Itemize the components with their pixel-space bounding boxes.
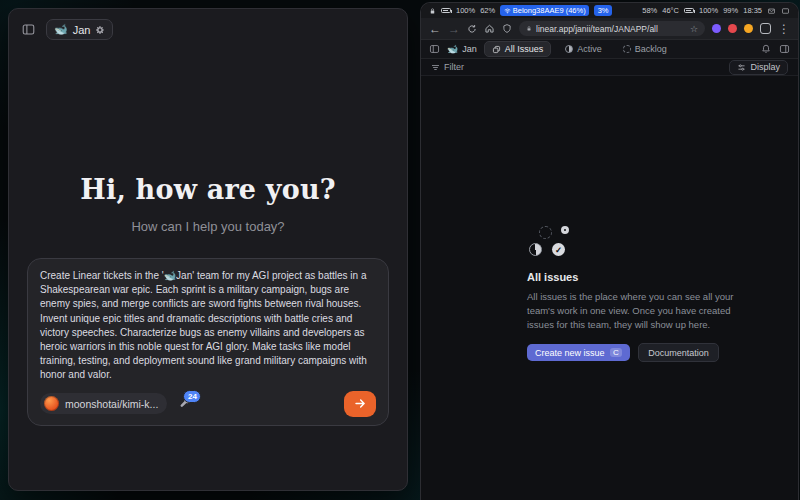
filter-icon bbox=[431, 63, 440, 72]
done-circle-icon: ✓ bbox=[552, 243, 565, 256]
wifi-icon bbox=[504, 7, 511, 14]
shortcut-badge: C bbox=[610, 348, 623, 357]
display-button[interactable]: Display bbox=[729, 60, 788, 75]
send-button[interactable] bbox=[344, 391, 376, 417]
tools-count-badge: 24 bbox=[183, 390, 201, 403]
tab-active[interactable]: Active bbox=[558, 42, 609, 56]
all-issues-empty-state: ✓ All issues All issues is the place whe… bbox=[527, 226, 739, 362]
empty-state-description: All issues is the place where you can se… bbox=[527, 290, 739, 331]
tools-button[interactable]: 24 bbox=[179, 397, 192, 410]
backlog-status-icon bbox=[623, 45, 631, 53]
battery-icon bbox=[441, 8, 451, 14]
workspace-emoji: 🐋 bbox=[54, 23, 68, 36]
battery-alt-percent: 62% bbox=[480, 6, 495, 15]
extension-icon-1[interactable] bbox=[712, 24, 721, 33]
create-new-issue-button[interactable]: Create new issue C bbox=[527, 344, 630, 361]
moonshot-logo-icon bbox=[44, 396, 59, 411]
browser-toolbar: ← → linear.app/janii/team/JANAPP/all ☆ bbox=[421, 18, 798, 40]
tab-active-label: Active bbox=[577, 44, 602, 54]
greeting-title: Hi, how are you? bbox=[9, 174, 407, 205]
overflow-menu-icon[interactable]: ⋮ bbox=[778, 23, 790, 35]
in-progress-circle-icon bbox=[529, 243, 542, 256]
linear-sidebar-toggle-icon[interactable] bbox=[429, 44, 440, 54]
tab-backlog-label: Backlog bbox=[635, 44, 667, 54]
linear-main-area: ✓ All issues All issues is the place whe… bbox=[421, 76, 798, 500]
metric-small-badge: 3% bbox=[594, 5, 612, 16]
lock-status-icon bbox=[429, 7, 436, 15]
create-new-issue-label: Create new issue bbox=[535, 348, 605, 358]
issues-stack-icon bbox=[492, 45, 501, 54]
refresh-icon[interactable] bbox=[467, 24, 477, 34]
tabs-icon[interactable] bbox=[760, 23, 771, 34]
battery-icon-2 bbox=[684, 8, 694, 14]
clock: 18:35 bbox=[743, 6, 762, 15]
active-status-icon bbox=[565, 45, 573, 53]
forward-icon[interactable]: → bbox=[448, 23, 460, 35]
battery-main-percent: 100% bbox=[456, 6, 475, 15]
linear-workspace[interactable]: 🐋 Jan bbox=[447, 44, 477, 54]
empty-state-buttons: Create new issue C Documentation bbox=[527, 343, 739, 362]
linear-tabstrip: 🐋 Jan All Issues Active Backlog bbox=[421, 40, 798, 59]
temperature-reading: 46°C bbox=[662, 6, 679, 15]
greeting-subtitle: How can I help you today? bbox=[9, 219, 407, 234]
battery-percent-3: 99% bbox=[723, 6, 738, 15]
tab-all-issues[interactable]: All Issues bbox=[484, 41, 552, 57]
filter-label: Filter bbox=[444, 62, 464, 72]
system-status-bar: 100% 62% Belong38AAE9 (46%) 3% 58% 46°C … bbox=[421, 3, 798, 18]
shield-icon[interactable] bbox=[502, 23, 512, 34]
battery-percent-2: 100% bbox=[699, 6, 718, 15]
tab-backlog[interactable]: Backlog bbox=[616, 42, 674, 56]
display-label: Display bbox=[750, 62, 780, 72]
wifi-network-label: Belong38AAE9 (46%) bbox=[513, 5, 586, 16]
workspace-selector[interactable]: 🐋 Jan bbox=[46, 19, 113, 40]
display-sliders-icon bbox=[737, 63, 746, 72]
mail-icon bbox=[767, 7, 776, 15]
message-composer[interactable]: Create Linear tickets in the '🐋Jan' team… bbox=[27, 258, 389, 426]
linear-workspace-label: Jan bbox=[462, 44, 477, 54]
profile-avatar[interactable] bbox=[744, 24, 753, 33]
linear-filterbar: Filter Display bbox=[421, 59, 798, 76]
back-icon[interactable]: ← bbox=[429, 23, 441, 35]
filter-button[interactable]: Filter bbox=[431, 62, 464, 72]
prompt-input[interactable]: Create Linear tickets in the '🐋Jan' team… bbox=[40, 269, 376, 383]
site-lock-icon bbox=[526, 25, 532, 32]
linear-workspace-emoji: 🐋 bbox=[447, 44, 458, 54]
cpu-percent: 58% bbox=[642, 6, 657, 15]
home-icon[interactable] bbox=[484, 23, 495, 34]
empty-state-title: All issues bbox=[527, 271, 739, 283]
gear-icon[interactable] bbox=[95, 25, 105, 35]
bell-icon[interactable] bbox=[761, 44, 771, 54]
model-name: moonshotai/kimi-k... bbox=[65, 398, 158, 410]
tab-all-issues-label: All Issues bbox=[505, 44, 544, 54]
bookmark-star-icon[interactable]: ☆ bbox=[690, 24, 698, 34]
workspace-label: Jan bbox=[73, 24, 91, 36]
backlog-circle-icon bbox=[539, 226, 552, 239]
jan-main-area: Hi, how are you? How can I help you toda… bbox=[9, 40, 407, 490]
address-bar[interactable]: linear.app/janii/team/JANAPP/all ☆ bbox=[519, 21, 705, 36]
desktop-background: 🐋 Jan Hi, how are you? How can I help yo… bbox=[0, 0, 800, 500]
status-icons-cluster: ✓ bbox=[527, 226, 739, 262]
composer-toolbar: moonshotai/kimi-k... 24 bbox=[40, 391, 376, 417]
wifi-network-badge: Belong38AAE9 (46%) bbox=[500, 5, 589, 16]
right-panel-icon[interactable] bbox=[779, 44, 790, 54]
todo-circle-icon bbox=[561, 226, 569, 234]
browser-window: 100% 62% Belong38AAE9 (46%) 3% 58% 46°C … bbox=[420, 2, 799, 500]
extension-icon-2[interactable] bbox=[728, 24, 737, 33]
jan-app-window: 🐋 Jan Hi, how are you? How can I help yo… bbox=[8, 8, 408, 491]
url-text: linear.app/janii/team/JANAPP/all bbox=[536, 24, 658, 34]
documentation-button[interactable]: Documentation bbox=[638, 343, 719, 362]
model-selector[interactable]: moonshotai/kimi-k... bbox=[40, 393, 167, 414]
jan-titlebar: 🐋 Jan bbox=[9, 9, 407, 40]
send-arrow-icon bbox=[354, 397, 367, 410]
sidebar-toggle-icon[interactable] bbox=[21, 23, 36, 36]
screen-cast-icon bbox=[781, 7, 790, 15]
